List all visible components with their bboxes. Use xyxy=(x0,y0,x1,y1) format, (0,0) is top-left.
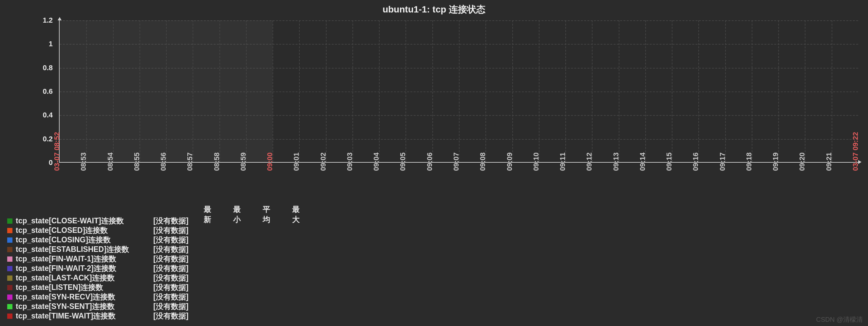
chart-title: ubuntu1-1: tcp 连接状态 xyxy=(0,0,868,20)
x-tick-label: 09:05 xyxy=(399,153,407,171)
y-tick-label: 0.6 xyxy=(42,87,53,96)
legend-headers: 最新最小平均最大 xyxy=(7,204,189,216)
v-gridline xyxy=(140,20,140,162)
x-tick-label: 09:16 xyxy=(691,153,700,171)
v-gridline xyxy=(539,20,539,162)
x-tick-label: 08:55 xyxy=(133,153,141,171)
legend-row[interactable]: tcp_state[CLOSE-WAIT]连接数[没有数据] xyxy=(7,216,189,226)
legend-series-name: tcp_state[ESTABLISHED]连接数 xyxy=(16,246,153,253)
x-tick-label: 08:54 xyxy=(106,153,115,171)
x-tick-label: 09:19 xyxy=(771,153,780,171)
legend-row[interactable]: tcp_state[ESTABLISHED]连接数[没有数据] xyxy=(7,245,189,254)
x-tick-label: 09:03 xyxy=(346,153,354,171)
v-gridline xyxy=(512,20,513,162)
legend-series-name: tcp_state[LAST-ACK]连接数 xyxy=(16,274,153,282)
legend-swatch-icon xyxy=(7,266,12,271)
legend-series-name: tcp_state[CLOSING]连接数 xyxy=(16,236,153,244)
v-gridline xyxy=(645,20,646,162)
legend-row[interactable]: tcp_state[LISTEN]连接数[没有数据] xyxy=(7,283,189,292)
legend-swatch-icon xyxy=(7,256,12,262)
legend-column-header: 平均 xyxy=(263,204,270,225)
v-gridline xyxy=(486,20,486,162)
v-gridline xyxy=(326,20,327,162)
legend-nodata: [没有数据] xyxy=(153,265,189,272)
v-gridline xyxy=(219,20,220,162)
x-tick-label: 09:09 xyxy=(505,153,514,171)
legend-nodata: [没有数据] xyxy=(153,246,189,253)
v-gridline xyxy=(379,20,380,162)
chart-area[interactable]: 00.20.40.60.811.2 03-07 08:5208:5308:540… xyxy=(0,20,868,204)
legend-series-name: tcp_state[FIN-WAIT-1]连接数 xyxy=(16,255,153,263)
x-tick-label: 09:10 xyxy=(532,153,540,171)
legend-row[interactable]: tcp_state[CLOSED]连接数[没有数据] xyxy=(7,226,189,235)
v-gridline xyxy=(832,20,832,162)
legend-row[interactable]: tcp_state[FIN-WAIT-2]连接数[没有数据] xyxy=(7,264,189,273)
v-gridline xyxy=(592,20,592,162)
v-gridline xyxy=(725,20,726,162)
legend-series-name: tcp_state[LISTEN]连接数 xyxy=(16,284,153,291)
legend-series-name: tcp_state[CLOSE-WAIT]连接数 xyxy=(16,217,153,225)
legend-nodata: [没有数据] xyxy=(153,293,189,301)
y-axis: 00.20.40.60.811.2 xyxy=(0,20,57,163)
x-tick-label: 09:12 xyxy=(585,153,593,171)
v-gridline xyxy=(459,20,460,162)
legend-row[interactable]: tcp_state[LAST-ACK]连接数[没有数据] xyxy=(7,273,189,283)
legend-nodata: [没有数据] xyxy=(153,217,189,225)
legend-row[interactable]: tcp_state[SYN-SENT]连接数[没有数据] xyxy=(7,302,189,311)
x-tick-label: 09:00 xyxy=(266,153,274,171)
v-gridline xyxy=(193,20,193,162)
v-gridline xyxy=(113,20,114,162)
legend-row[interactable]: tcp_state[FIN-WAIT-1]连接数[没有数据] xyxy=(7,254,189,264)
x-tick-label: 09:04 xyxy=(372,153,381,171)
legend-nodata: [没有数据] xyxy=(153,236,189,244)
legend-series-name: tcp_state[TIME-WAIT]连接数 xyxy=(16,312,153,320)
plot-area[interactable] xyxy=(59,20,858,163)
legend-row[interactable]: tcp_state[CLOSING]连接数[没有数据] xyxy=(7,235,189,245)
x-tick-label: 08:53 xyxy=(79,153,88,171)
legend-nodata: [没有数据] xyxy=(153,303,189,310)
y-axis-arrow-icon xyxy=(58,17,62,20)
v-gridline xyxy=(299,20,300,162)
legend-table: 最新最小平均最大 tcp_state[CLOSE-WAIT]连接数[没有数据]t… xyxy=(7,204,189,321)
legend-swatch-icon xyxy=(7,314,12,319)
legend-swatch-icon xyxy=(7,285,12,290)
x-tick-label: 09:21 xyxy=(825,153,833,171)
v-gridline xyxy=(246,20,247,162)
x-tick-label: 09:20 xyxy=(798,153,806,171)
y-tick-label: 0.8 xyxy=(42,64,53,72)
legend-row[interactable]: tcp_state[SYN-RECV]连接数[没有数据] xyxy=(7,292,189,302)
v-gridline xyxy=(698,20,699,162)
x-tick-label: 09:02 xyxy=(319,153,328,171)
legend-swatch-icon xyxy=(7,275,12,281)
y-tick-label: 0 xyxy=(49,158,53,167)
x-tick-label: 03-07 08:52 xyxy=(53,132,61,171)
legend-rows: tcp_state[CLOSE-WAIT]连接数[没有数据]tcp_state[… xyxy=(7,216,189,321)
x-tick-label: 09:17 xyxy=(718,153,727,171)
legend-nodata: [没有数据] xyxy=(153,284,189,291)
legend-series-name: tcp_state[FIN-WAIT-2]连接数 xyxy=(16,265,153,272)
v-gridline xyxy=(352,20,353,162)
legend-nodata: [没有数据] xyxy=(153,312,189,320)
x-tick-label: 08:59 xyxy=(239,153,248,171)
legend-series-name: tcp_state[SYN-SENT]连接数 xyxy=(16,303,153,310)
x-tick-label: 08:56 xyxy=(159,153,168,171)
x-tick-label: 09:11 xyxy=(558,153,567,171)
legend-nodata: [没有数据] xyxy=(153,274,189,282)
legend-swatch-icon xyxy=(7,238,12,243)
legend-column-header: 最大 xyxy=(292,204,300,225)
y-tick-label: 1.2 xyxy=(42,16,53,25)
v-gridline xyxy=(619,20,619,162)
v-gridline xyxy=(273,20,273,162)
y-tick-label: 0.4 xyxy=(42,111,53,119)
legend-nodata: [没有数据] xyxy=(153,227,189,234)
legend-column-header: 最小 xyxy=(233,204,241,225)
x-tick-label: 08:57 xyxy=(186,153,194,171)
x-tick-label: 09:06 xyxy=(426,153,434,171)
y-tick-label: 0.2 xyxy=(42,135,53,143)
x-tick-label: 09:01 xyxy=(292,153,301,171)
legend-swatch-icon xyxy=(7,218,12,224)
legend-row[interactable]: tcp_state[TIME-WAIT]连接数[没有数据] xyxy=(7,311,189,321)
x-tick-label: 08:58 xyxy=(213,153,221,171)
chart-panel: ubuntu1-1: tcp 连接状态 00.20.40.60.811.2 03… xyxy=(0,0,868,326)
x-tick-label: 09:14 xyxy=(639,153,647,171)
